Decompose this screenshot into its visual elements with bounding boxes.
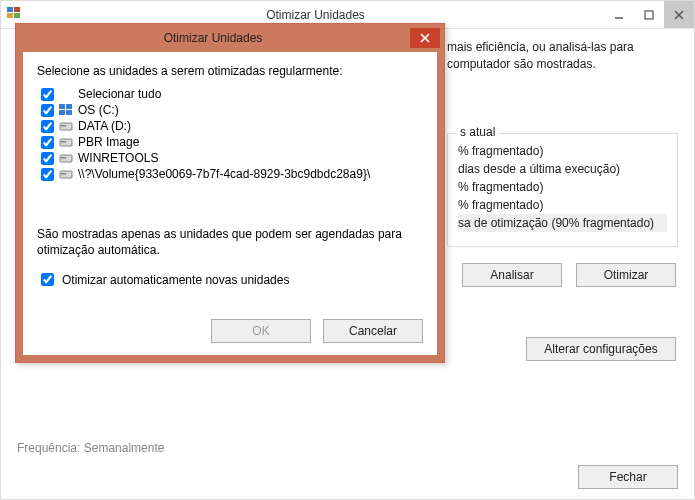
dialog-heading: Selecione as unidades a serem otimizadas… [37,64,423,78]
drive-row[interactable]: WINRETOOLS [41,150,423,166]
auto-optimize-row[interactable]: Otimizar automaticamente novas unidades [37,270,423,289]
drive-row[interactable]: DATA (D:) [41,118,423,134]
drive-list: Selecionar tudo OS (C:) DATA (D:) [41,86,423,182]
svg-rect-11 [66,104,72,109]
app-icon [1,5,27,24]
svg-rect-1 [14,7,20,12]
hdd-icon [59,120,73,132]
svg-rect-12 [59,110,65,115]
footer: Fechar [578,465,678,489]
select-all-label: Selecionar tudo [78,87,161,101]
intro-line2: computador são mostradas. [447,57,596,71]
dialog-titlebar: Otimizar Unidades [16,24,444,52]
drive-checkbox[interactable] [41,120,54,133]
drive-checkbox[interactable] [41,152,54,165]
frequency-label: Frequência: Semanalmente [17,441,678,455]
hdd-icon [59,168,73,180]
svg-rect-10 [59,104,65,109]
svg-rect-5 [645,11,653,19]
main-title: Otimizar Unidades [27,8,604,22]
select-all-row[interactable]: Selecionar tudo [41,86,423,102]
dialog-body: Selecione as unidades a serem otimizadas… [16,52,444,362]
auto-optimize-checkbox[interactable] [41,273,54,286]
status-line: % fragmentado) [458,178,667,196]
drive-checkbox[interactable] [41,136,54,149]
hdd-icon [59,152,73,164]
status-group: s atual % fragmentado) dias desde a últi… [447,133,678,247]
status-line: dias desde a última execução) [458,160,667,178]
auto-optimize-label: Otimizar automaticamente novas unidades [62,273,289,287]
status-line: % fragmentado) [458,142,667,160]
drive-row[interactable]: OS (C:) [41,102,423,118]
close-button[interactable] [664,1,694,28]
svg-rect-17 [61,141,66,143]
intro-line1: mais eficiência, ou analisá-las para [447,40,634,54]
hdd-icon [59,136,73,148]
svg-rect-13 [66,110,72,115]
svg-rect-0 [7,7,13,12]
minimize-button[interactable] [604,1,634,28]
svg-rect-15 [61,125,66,127]
drive-label: DATA (D:) [78,119,131,133]
svg-rect-3 [14,13,20,18]
drive-label: OS (C:) [78,103,119,117]
svg-rect-21 [61,173,66,175]
drive-row[interactable]: \\?\Volume{933e0069-7b7f-4cad-8929-3bc9d… [41,166,423,182]
drive-label: PBR Image [78,135,139,149]
drive-checkbox[interactable] [41,104,54,117]
maximize-button[interactable] [634,1,664,28]
select-all-checkbox[interactable] [41,88,54,101]
windows-drive-icon [59,104,73,116]
drive-label: \\?\Volume{933e0069-7b7f-4cad-8929-3bc9d… [78,167,370,181]
drive-checkbox[interactable] [41,168,54,181]
svg-rect-19 [61,157,66,159]
status-header: s atual [456,125,499,139]
dialog-close-button[interactable] [410,28,440,48]
cancel-button[interactable]: Cancelar [323,319,423,343]
dialog-title: Otimizar Unidades [16,31,410,45]
ok-button[interactable]: OK [211,319,311,343]
change-settings-button[interactable]: Alterar configurações [526,337,676,361]
status-line-selected[interactable]: sa de otimização (90% fragmentado) [458,214,667,232]
drive-label: WINRETOOLS [78,151,158,165]
analyze-button[interactable]: Analisar [462,263,562,287]
schedule-dialog: Otimizar Unidades Selecione as unidades … [15,23,445,363]
dialog-note: São mostradas apenas as unidades que pod… [37,226,423,258]
dialog-buttons: OK Cancelar [37,319,423,343]
close-main-button[interactable]: Fechar [578,465,678,489]
drive-row[interactable]: PBR Image [41,134,423,150]
svg-rect-2 [7,13,13,18]
status-line: % fragmentado) [458,196,667,214]
optimize-button[interactable]: Otimizar [576,263,676,287]
